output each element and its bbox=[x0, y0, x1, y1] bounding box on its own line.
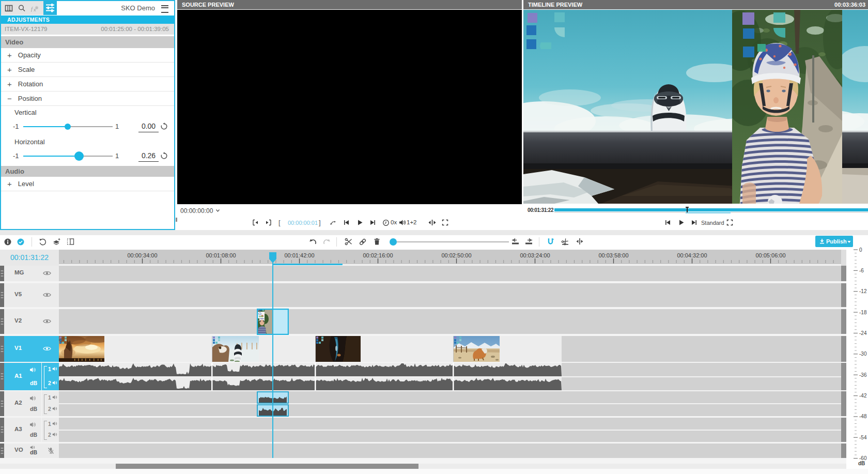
svg-text:00:00:34:00: 00:00:34:00 bbox=[127, 252, 157, 258]
svg-text:00:04:32:00: 00:04:32:00 bbox=[677, 252, 707, 258]
svg-text:-36: -36 bbox=[859, 372, 867, 378]
svg-text:-12: -12 bbox=[859, 288, 867, 294]
svg-text:00:01:42:00: 00:01:42:00 bbox=[284, 252, 314, 258]
svg-text:00:03:58:00: 00:03:58:00 bbox=[598, 252, 628, 258]
svg-text:-54: -54 bbox=[859, 435, 867, 440]
svg-text:f: f bbox=[31, 6, 33, 12]
svg-text:-30: -30 bbox=[859, 351, 867, 357]
svg-text:00:05:06:00: 00:05:06:00 bbox=[755, 252, 785, 258]
svg-text:00:02:16:00: 00:02:16:00 bbox=[363, 252, 393, 258]
svg-text:-18: -18 bbox=[859, 310, 867, 315]
svg-text:-6: -6 bbox=[859, 268, 864, 273]
svg-text:dB: dB bbox=[858, 461, 865, 466]
svg-text:00:02:50:00: 00:02:50:00 bbox=[441, 252, 471, 258]
svg-text:-48: -48 bbox=[859, 414, 867, 419]
svg-text:0: 0 bbox=[859, 247, 862, 253]
svg-text:00:03:24:00: 00:03:24:00 bbox=[520, 252, 550, 258]
svg-text:00:01:08:00: 00:01:08:00 bbox=[206, 252, 236, 258]
svg-text:-42: -42 bbox=[859, 393, 867, 399]
svg-text:-24: -24 bbox=[859, 330, 867, 336]
